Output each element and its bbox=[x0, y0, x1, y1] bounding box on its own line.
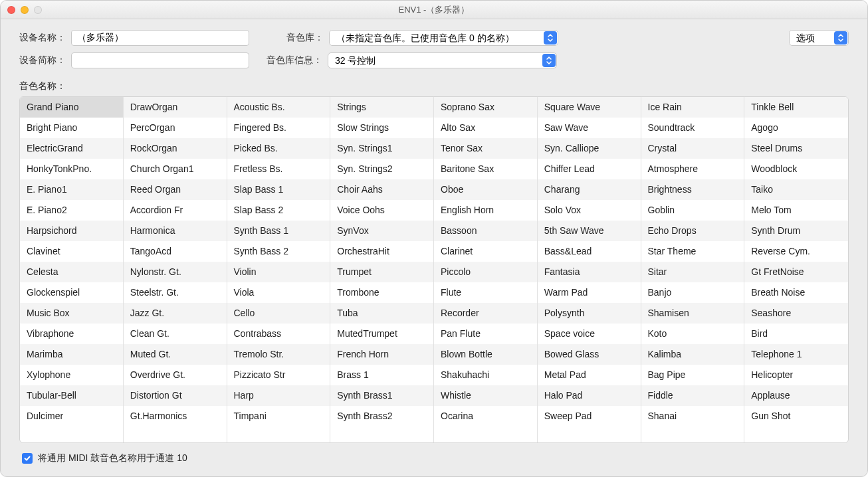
patch-cell[interactable]: OrchestraHit bbox=[330, 241, 433, 262]
patch-cell[interactable]: Harp bbox=[227, 385, 330, 406]
patch-cell[interactable]: Viola bbox=[227, 282, 330, 303]
patch-cell[interactable]: Gt.Harmonics bbox=[124, 406, 227, 427]
patch-cell[interactable]: Bowed Glass bbox=[538, 344, 641, 365]
patch-cell[interactable]: Distortion Gt bbox=[124, 385, 227, 406]
patch-cell[interactable]: Seashore bbox=[744, 303, 848, 324]
patch-cell[interactable]: Koto bbox=[641, 324, 744, 344]
patch-cell[interactable]: Synth Brass1 bbox=[330, 385, 433, 406]
patch-cell[interactable]: Xylophone bbox=[20, 365, 123, 385]
patch-cell[interactable]: Agogo bbox=[744, 118, 848, 138]
patch-cell[interactable]: Violin bbox=[227, 262, 330, 282]
patch-cell[interactable]: Telephone 1 bbox=[744, 344, 848, 365]
patch-cell[interactable]: Overdrive Gt. bbox=[124, 365, 227, 385]
patch-cell[interactable]: PercOrgan bbox=[124, 118, 227, 138]
patch-cell[interactable]: Syn. Calliope bbox=[538, 138, 641, 159]
patch-cell[interactable]: 5th Saw Wave bbox=[538, 221, 641, 241]
patch-cell[interactable]: English Horn bbox=[434, 200, 537, 221]
patch-cell[interactable]: Goblin bbox=[641, 200, 744, 221]
patch-cell[interactable]: Crystal bbox=[641, 138, 744, 159]
patch-cell[interactable]: Shanai bbox=[641, 406, 744, 427]
patch-cell[interactable]: Vibraphone bbox=[20, 324, 123, 344]
patch-cell[interactable]: Space voice bbox=[538, 324, 641, 344]
device-name-input[interactable] bbox=[71, 30, 249, 46]
patch-cell[interactable]: Applause bbox=[744, 385, 848, 406]
patch-cell[interactable]: Pan Flute bbox=[434, 324, 537, 344]
patch-cell[interactable]: Helicopter bbox=[744, 365, 848, 385]
patch-cell[interactable]: Muted Gt. bbox=[124, 344, 227, 365]
patch-cell[interactable]: Picked Bs. bbox=[227, 138, 330, 159]
patch-cell[interactable]: Clean Gt. bbox=[124, 324, 227, 344]
bank-select[interactable]: （未指定音色库。已使用音色库 0 的名称） bbox=[329, 30, 558, 46]
patch-cell[interactable]: Recorder bbox=[434, 303, 537, 324]
patch-cell[interactable]: Square Wave bbox=[538, 97, 641, 118]
patch-cell[interactable]: Fiddle bbox=[641, 385, 744, 406]
patch-cell[interactable]: Fantasia bbox=[538, 262, 641, 282]
patch-cell[interactable]: Steel Drums bbox=[744, 138, 848, 159]
patch-cell[interactable]: Dulcimer bbox=[20, 406, 123, 427]
patch-cell[interactable]: Blown Bottle bbox=[434, 344, 537, 365]
patch-cell[interactable]: Oboe bbox=[434, 179, 537, 200]
patch-cell[interactable]: Polysynth bbox=[538, 303, 641, 324]
patch-cell[interactable]: Warm Pad bbox=[538, 282, 641, 303]
patch-cell[interactable]: Reverse Cym. bbox=[744, 241, 848, 262]
patch-cell[interactable]: Reed Organ bbox=[124, 179, 227, 200]
patch-cell[interactable]: Tuba bbox=[330, 303, 433, 324]
patch-cell[interactable]: Timpani bbox=[227, 406, 330, 427]
patch-cell[interactable]: Synth Bass 1 bbox=[227, 221, 330, 241]
patch-cell[interactable]: Bird bbox=[744, 324, 848, 344]
patch-cell[interactable]: Shamisen bbox=[641, 303, 744, 324]
patch-cell[interactable]: RockOrgan bbox=[124, 138, 227, 159]
patch-cell[interactable]: Saw Wave bbox=[538, 118, 641, 138]
patch-cell[interactable]: Acoustic Bs. bbox=[227, 97, 330, 118]
patch-cell[interactable]: Choir Aahs bbox=[330, 179, 433, 200]
patch-cell[interactable]: Slap Bass 1 bbox=[227, 179, 330, 200]
patch-cell[interactable]: Contrabass bbox=[227, 324, 330, 344]
patch-cell[interactable]: Cello bbox=[227, 303, 330, 324]
patch-cell[interactable]: ElectricGrand bbox=[20, 138, 123, 159]
patch-cell[interactable]: Strings bbox=[330, 97, 433, 118]
patch-cell[interactable]: Kalimba bbox=[641, 344, 744, 365]
patch-cell[interactable]: Brass 1 bbox=[330, 365, 433, 385]
patch-cell[interactable]: Shakuhachi bbox=[434, 365, 537, 385]
patch-cell[interactable]: Synth Drum bbox=[744, 221, 848, 241]
patch-cell[interactable]: Trombone bbox=[330, 282, 433, 303]
patch-cell[interactable]: MutedTrumpet bbox=[330, 324, 433, 344]
patch-cell[interactable]: Grand Piano bbox=[20, 97, 123, 118]
patch-cell[interactable]: Baritone Sax bbox=[434, 159, 537, 179]
patch-cell[interactable]: Alto Sax bbox=[434, 118, 537, 138]
patch-cell[interactable]: Tenor Sax bbox=[434, 138, 537, 159]
patch-cell[interactable]: Soprano Sax bbox=[434, 97, 537, 118]
patch-cell[interactable]: Celesta bbox=[20, 262, 123, 282]
patch-cell[interactable]: Fingered Bs. bbox=[227, 118, 330, 138]
patch-cell[interactable]: HonkyTonkPno. bbox=[20, 159, 123, 179]
patch-cell[interactable]: Bright Piano bbox=[20, 118, 123, 138]
patch-cell[interactable]: Slap Bass 2 bbox=[227, 200, 330, 221]
patch-cell[interactable]: Syn. Strings2 bbox=[330, 159, 433, 179]
patch-cell[interactable]: Church Organ1 bbox=[124, 159, 227, 179]
patch-cell[interactable]: Piccolo bbox=[434, 262, 537, 282]
patch-cell[interactable]: Pizzicato Str bbox=[227, 365, 330, 385]
patch-cell[interactable]: French Horn bbox=[330, 344, 433, 365]
gm-drums-checkbox[interactable] bbox=[22, 453, 33, 464]
patch-cell[interactable]: TangoAcd bbox=[124, 241, 227, 262]
patch-cell[interactable]: Star Theme bbox=[641, 241, 744, 262]
patch-cell[interactable]: Ocarina bbox=[434, 406, 537, 427]
patch-cell[interactable]: Brightness bbox=[641, 179, 744, 200]
patch-cell[interactable]: Melo Tom bbox=[744, 200, 848, 221]
patch-cell[interactable]: Harmonica bbox=[124, 221, 227, 241]
patch-cell[interactable]: Flute bbox=[434, 282, 537, 303]
bank-info-select[interactable]: 32 号控制 bbox=[328, 52, 557, 68]
patch-cell[interactable]: E. Piano1 bbox=[20, 179, 123, 200]
patch-cell[interactable]: Sitar bbox=[641, 262, 744, 282]
patch-cell[interactable]: Solo Vox bbox=[538, 200, 641, 221]
patch-cell[interactable]: Synth Brass2 bbox=[330, 406, 433, 427]
patch-cell[interactable]: Music Box bbox=[20, 303, 123, 324]
patch-cell[interactable]: Bassoon bbox=[434, 221, 537, 241]
patch-cell[interactable]: Breath Noise bbox=[744, 282, 848, 303]
patch-cell[interactable]: Syn. Strings1 bbox=[330, 138, 433, 159]
patch-cell[interactable]: Halo Pad bbox=[538, 385, 641, 406]
patch-cell[interactable]: Harpsichord bbox=[20, 221, 123, 241]
patch-cell[interactable]: Trumpet bbox=[330, 262, 433, 282]
patch-cell[interactable]: Jazz Gt. bbox=[124, 303, 227, 324]
patch-cell[interactable]: Charang bbox=[538, 179, 641, 200]
